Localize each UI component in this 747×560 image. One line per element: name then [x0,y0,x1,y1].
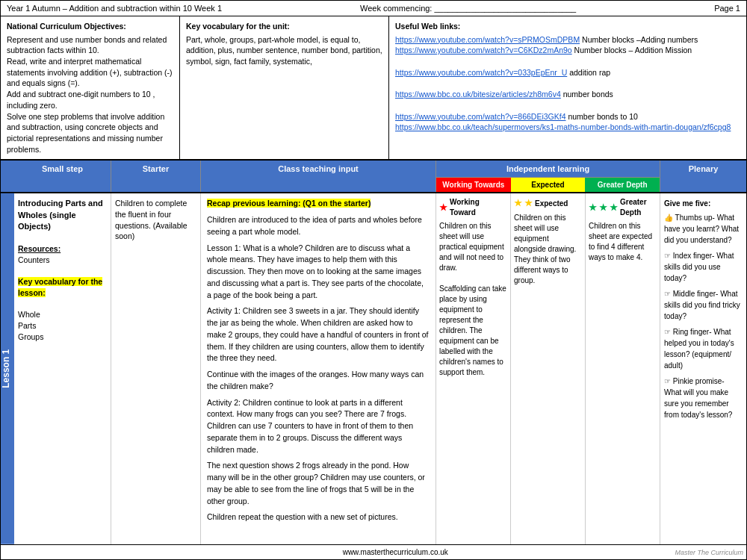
nc-objectives-section: National Curriculum Objectives: Represen… [1,16,180,159]
page-footer: www.masterthecurriculum.co.uk Master The… [1,544,746,559]
page-number: Page 1 [714,4,740,13]
web-links-title: Useful Web links: [395,21,740,32]
plenary-ring: ☞ Ring finger- What helped you in today'… [664,326,743,371]
plenary-middle: ☞ Middle finger- What skills did you fin… [664,288,743,322]
working-towards-text: Children on this sheet will use practica… [439,221,507,378]
page-title: Year 1 Autumn – Addition and subtraction… [7,4,222,13]
key-vocab-section: Key vocabulary for the unit: Part, whole… [180,16,389,159]
vocab-item-whole: Whole [18,309,107,320]
plenary-pinkie: ☞ Pinkie promise- What will you make sur… [664,376,743,420]
web-links-section: Useful Web links: https://www.youtube.co… [389,16,746,159]
independent-header-top: Independent learning [436,161,660,178]
class-repeat: Children repeat the question with a new … [207,511,430,523]
footer-website: www.masterthecurriculum.co.uk [343,548,448,556]
class-lesson1: Lesson 1: What is a whole? Children are … [207,243,430,302]
web-link-2[interactable]: https://www.youtube.com/watch?v=C6KDz2mA… [395,46,572,55]
greater-depth-star-2: ★ [599,202,607,214]
web-link-3[interactable]: https://www.youtube.com/watch?v=033pEpEn… [395,68,567,77]
greater-depth-label: Greater Depth [620,197,657,218]
working-towards-subheader: Working Towards [436,178,511,192]
greater-depth-subheader: Greater Depth [585,178,660,192]
class-teaching-cell: Recap previous learning: (Q1 on the star… [201,193,436,544]
expected-star-1: ★ [514,197,522,210]
week-commencing: Week commencing: _______________________… [360,4,576,13]
key-vocab-text: Part, whole, groups, part-whole model, i… [186,34,382,67]
resources-text: Counters [18,255,107,266]
working-towards-label: Working Toward [450,197,507,218]
web-link-4[interactable]: https://www.bbc.co.uk/bitesize/articles/… [395,90,561,99]
starter-header: Starter [111,161,201,192]
class-continue: Continue with the images of the oranges.… [207,369,430,393]
nc-objectives-text: Represent and use number bonds and relat… [7,34,173,155]
small-step-header: Small step [14,161,111,192]
independent-cell: ★ Working Toward Children on this sheet … [436,193,660,544]
plenary-index: ☞ Index finger- What skills did you use … [664,250,743,284]
web-link-5[interactable]: https://www.youtube.com/watch?v=866DEi3G… [395,112,566,121]
plenary-title: Give me five: [664,198,743,209]
vocab-item-parts: Parts [18,320,107,332]
starter-text: Children to complete the fluent in four … [115,198,196,242]
plenary-thumbs: 👍 Thumbs up- What have you learnt? What … [664,212,743,246]
class-activity2: Activity 2: Children continue to look at… [207,397,430,456]
greater-depth-col: ★ ★ ★ Greater Depth Children on this she… [586,193,660,544]
web-link-1[interactable]: https://www.youtube.com/watch?v=sPRMOSmD… [395,35,580,44]
footer-logo: Master The Curriculum [675,549,743,556]
greater-depth-star-1: ★ [589,202,597,214]
expected-subheader: Expected [511,178,586,192]
nc-objectives-title: National Curriculum Objectives: [7,21,173,32]
working-towards-star: ★ [439,202,447,214]
small-step-title: Introducing Parts and Wholes (single Obj… [18,198,107,232]
working-towards-col: ★ Working Toward Children on this sheet … [436,193,511,544]
small-step-cell: Introducing Parts and Wholes (single Obj… [14,193,111,544]
class-teaching-header: Class teaching input [201,161,436,192]
lesson-number-label: Lesson 1 [1,193,14,544]
starter-cell: Children to complete the fluent in four … [111,193,201,544]
lesson-column-header [1,161,14,192]
independent-header: Independent learning Working Towards Exp… [436,161,660,192]
plenary-header: Plenary [660,161,746,192]
vocab-item-groups: Groups [18,332,107,343]
plenary-cell: Give me five: 👍 Thumbs up- What have you… [660,193,746,544]
expected-col: ★ ★ Expected Children on this sheet will… [511,193,586,544]
expected-text: Children on this sheet will use equipmen… [514,213,582,286]
class-activity1: Activity 1: Children see 3 sweets in a j… [207,305,430,364]
greater-depth-star-3: ★ [610,202,618,214]
greater-depth-text: Children on this sheet are expected to f… [589,221,657,263]
class-para1: Children are introduced to the idea of p… [207,214,430,238]
vocab-highlight-label: Key vocabulary for the lesson: [18,276,107,298]
key-vocab-title: Key vocabulary for the unit: [186,21,382,32]
recap-label: Recap previous learning: (Q1 on the star… [207,199,371,208]
class-next: The next question shows 2 frogs already … [207,460,430,507]
web-link-6[interactable]: https://www.bbc.co.uk/teach/supermovers/… [395,122,731,131]
resources-label: Resources: [18,243,107,255]
expected-label: Expected [535,199,568,209]
expected-star-2: ★ [524,197,533,210]
